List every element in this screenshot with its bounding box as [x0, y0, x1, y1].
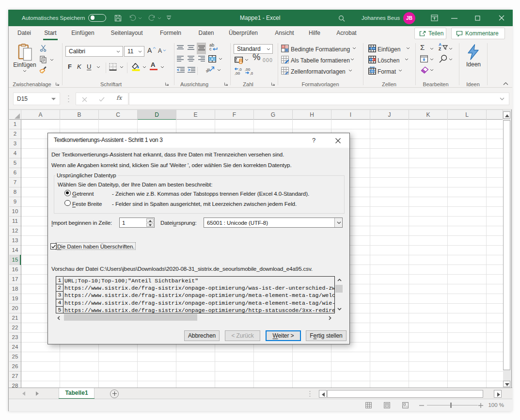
autosave-toggle[interactable]	[88, 14, 106, 22]
row-header-7[interactable]: 7	[9, 178, 21, 187]
normal-view-icon[interactable]	[365, 402, 372, 408]
row-header-24[interactable]: 24	[9, 342, 21, 352]
accounting-dropdown-icon[interactable]	[245, 59, 249, 61]
sheet-nav-prev-icon[interactable]	[22, 391, 25, 396]
scroll-down-button[interactable]	[503, 381, 510, 387]
increase-decimal-icon[interactable]: ,0,00	[234, 67, 243, 75]
ribbon-tab-berprfen[interactable]: Überprüfen	[228, 26, 259, 41]
page-break-view-icon[interactable]	[402, 402, 409, 408]
italic-button[interactable]: K	[77, 63, 81, 70]
has-headers-label[interactable]: Die Daten haben Überschriften.	[56, 242, 136, 250]
percent-style-button[interactable]: %	[252, 54, 260, 61]
row-header-18[interactable]: 18	[9, 284, 21, 294]
insert-cells-icon[interactable]	[368, 45, 376, 52]
ribbon-tab-acrobat[interactable]: Acrobat	[335, 26, 358, 41]
underline-button[interactable]: U	[87, 63, 91, 70]
align-bottom-icon[interactable]	[198, 45, 205, 51]
row-header-3[interactable]: 3	[9, 139, 21, 149]
fill-color-icon[interactable]	[132, 62, 140, 71]
search-icon[interactable]	[338, 15, 345, 22]
borders-icon[interactable]	[109, 63, 117, 71]
font-size-combo[interactable]: 11	[124, 46, 144, 57]
confirm-entry-icon[interactable]	[99, 97, 105, 102]
decrease-decimal-icon[interactable]: ,00,0	[244, 67, 253, 75]
align-middle-icon[interactable]	[188, 45, 194, 51]
conditional-formatting-label[interactable]: Bedingte Formatierung	[291, 46, 350, 53]
share-button[interactable]: Teilen	[414, 28, 446, 39]
conditional-formatting-dropdown-icon[interactable]	[352, 47, 356, 49]
radio-delimited[interactable]	[64, 190, 71, 196]
dialog-help-button[interactable]: ?	[312, 133, 315, 148]
spinner-up-button[interactable]	[146, 218, 154, 222]
zoom-slider-handle[interactable]	[450, 403, 452, 408]
next-button[interactable]: Weiter >	[266, 330, 301, 341]
format-cells-label[interactable]: Format	[378, 68, 396, 75]
cancel-entry-icon[interactable]	[82, 97, 87, 102]
minimize-button[interactable]	[451, 18, 457, 19]
number-format-dropdown-icon[interactable]	[267, 48, 270, 50]
column-header-D[interactable]: D	[138, 110, 176, 120]
font-size-dropdown-icon[interactable]	[138, 50, 142, 53]
row-header-2[interactable]: 2	[9, 129, 21, 139]
spinner-down-button[interactable]	[146, 223, 154, 227]
row-header-21[interactable]: 21	[9, 313, 21, 323]
zoom-level[interactable]: 100 %	[488, 399, 504, 411]
format-cells-dropdown-icon[interactable]	[398, 69, 402, 72]
row-header-27[interactable]: 27	[9, 372, 21, 381]
align-center-icon[interactable]	[188, 56, 194, 62]
page-layout-view-icon[interactable]	[384, 402, 390, 408]
clear-icon[interactable]	[421, 66, 429, 74]
column-header-F[interactable]: F	[215, 110, 254, 120]
row-header-15[interactable]: 15	[9, 255, 21, 265]
select-all-corner[interactable]	[9, 110, 21, 120]
autosum-button[interactable]: Σ	[420, 44, 425, 51]
row-header-12[interactable]: 12	[9, 226, 21, 236]
merge-center-dropdown-icon[interactable]	[219, 58, 222, 60]
font-color-icon[interactable]: A	[150, 62, 158, 70]
insert-cells-dropdown-icon[interactable]	[406, 47, 410, 49]
column-header-partial[interactable]	[487, 110, 503, 120]
align-right-icon[interactable]	[198, 56, 205, 62]
preview-scroll-down-icon[interactable]	[337, 307, 342, 311]
import-row-spinner[interactable]: 1	[119, 218, 155, 228]
format-cells-icon[interactable]	[368, 66, 376, 75]
wrap-text-icon[interactable]: ab c	[209, 44, 218, 51]
format-as-table-dropdown-icon[interactable]	[350, 58, 354, 61]
sheet-tab-tabelle1[interactable]: Tabelle1	[59, 388, 95, 399]
row-header-8[interactable]: 8	[9, 187, 21, 197]
hscroll-left-button[interactable]	[319, 390, 327, 398]
ribbon-tab-einfgen[interactable]: Einfügen	[70, 26, 95, 41]
row-header-25[interactable]: 25	[9, 352, 21, 362]
sort-filter-icon[interactable]: A Z	[439, 44, 448, 52]
row-header-4[interactable]: 4	[9, 149, 21, 158]
copy-icon[interactable]	[40, 56, 47, 63]
row-header-19[interactable]: 19	[9, 294, 21, 304]
row-header-6[interactable]: 6	[9, 168, 21, 178]
row-header-17[interactable]: 17	[9, 275, 21, 284]
column-header-A[interactable]: A	[21, 110, 60, 120]
row-header-9[interactable]: 9	[9, 197, 21, 207]
shrink-font-button[interactable]: A	[158, 47, 162, 54]
hscroll-right-button[interactable]	[494, 390, 502, 398]
fill-color-dropdown-icon[interactable]	[142, 66, 146, 68]
redo-dropdown-icon[interactable]	[158, 17, 161, 19]
save-icon[interactable]	[114, 15, 122, 22]
zoom-out-button[interactable]	[419, 405, 424, 406]
row-header-11[interactable]: 11	[9, 217, 21, 226]
cell-styles-dropdown-icon[interactable]	[348, 69, 352, 72]
fill-down-icon[interactable]	[420, 55, 428, 62]
fill-down-dropdown-icon[interactable]	[430, 58, 434, 61]
merge-center-icon[interactable]	[208, 55, 216, 62]
delete-cells-dropdown-icon[interactable]	[405, 58, 409, 61]
ideas-icon[interactable]	[466, 44, 480, 60]
copy-dropdown-icon[interactable]	[50, 59, 54, 61]
column-header-E[interactable]: E	[176, 110, 215, 120]
find-select-dropdown-icon[interactable]	[449, 58, 453, 61]
name-box-dropdown-icon[interactable]	[51, 98, 56, 100]
format-as-table-icon[interactable]	[281, 56, 289, 63]
paste-label[interactable]: Einfügen	[10, 62, 39, 68]
file-origin-combo[interactable]: 65001 : Unicode (UTF-8)	[204, 218, 343, 228]
finish-button[interactable]: Fertig stellen	[306, 330, 347, 341]
column-header-L[interactable]: L	[448, 110, 487, 120]
ribbon-display-options-icon[interactable]	[431, 15, 438, 21]
